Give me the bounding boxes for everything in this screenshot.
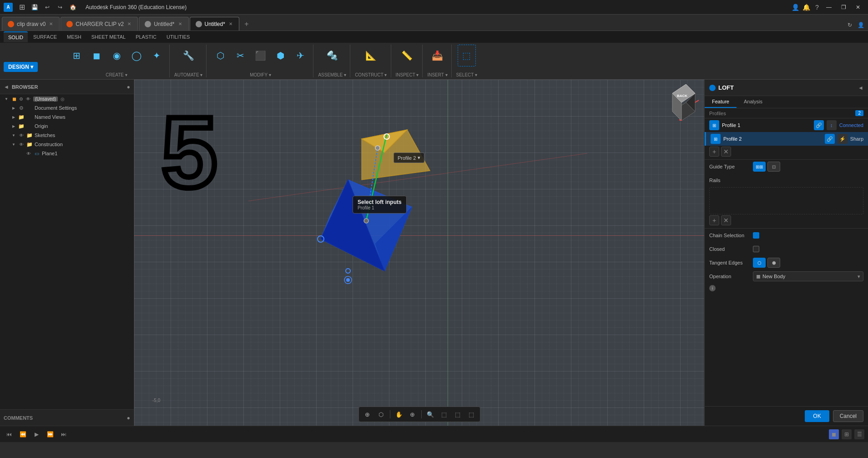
- tab-utilities[interactable]: UTILITIES: [162, 31, 194, 42]
- insert-btn[interactable]: 📥: [428, 45, 446, 66]
- bt-pan-btn[interactable]: ✋: [393, 408, 405, 420]
- tree-item-construction[interactable]: ▼ 👁 📁 Construction: [7, 140, 134, 149]
- maximize-button[interactable]: ❐: [837, 1, 850, 14]
- tree-item-doc-settings[interactable]: ▶ ⚙ Document Settings: [7, 103, 134, 112]
- tab-mesh[interactable]: MESH: [62, 31, 86, 42]
- tab-surface[interactable]: SURFACE: [29, 31, 61, 42]
- quick-home[interactable]: 🏠: [67, 2, 78, 13]
- new-tab-button[interactable]: +: [240, 18, 253, 31]
- tree-item-plane1[interactable]: 👁 ▭ Plane1: [15, 149, 134, 158]
- create-sphere-btn[interactable]: ◯: [127, 45, 146, 66]
- rails-add-btn[interactable]: +: [709, 215, 719, 225]
- tree-item-sketches[interactable]: ▼ 👁 📁 Sketches: [7, 131, 134, 140]
- tab-solid[interactable]: SOLID: [4, 31, 28, 42]
- construct-btn[interactable]: 📐: [362, 45, 380, 66]
- loft-panel-expand[interactable]: ◄: [858, 85, 863, 91]
- notification-icon[interactable]: 🔔: [801, 2, 812, 13]
- profile2-label[interactable]: Profile 2 ▾: [394, 153, 424, 163]
- tree-item-named-views[interactable]: ▶ 📁 Named Views: [7, 112, 134, 122]
- user-icon[interactable]: 👤: [790, 2, 801, 13]
- inspect-btn[interactable]: 📏: [398, 45, 416, 66]
- profile1-row[interactable]: ⊞ Profile 1 🔗 ↕ Connected: [705, 118, 868, 132]
- modify-fillet[interactable]: ✂: [231, 45, 249, 66]
- modify-scale[interactable]: ✈: [291, 45, 309, 66]
- select-btn[interactable]: ⬚: [458, 45, 476, 66]
- profiles-remove-btn[interactable]: ✕: [721, 147, 731, 157]
- profile1-select-btn[interactable]: ⊞: [709, 120, 719, 130]
- tab-charger-clip[interactable]: CHARGER CLIP v2 ✕: [61, 17, 138, 31]
- tree-item-root[interactable]: ▼ ◼ ⚙ 👁 (Unsaved) ◎: [0, 94, 134, 103]
- inspect-label[interactable]: INSPECT ▾: [396, 72, 419, 77]
- tab-close-icon[interactable]: ✕: [228, 20, 233, 27]
- bt-env-btn[interactable]: ⬚: [465, 408, 477, 420]
- tree-item-origin[interactable]: ▶ 📁 Origin: [7, 122, 134, 131]
- operation-dropdown[interactable]: ◼ New Body ▾: [753, 271, 863, 281]
- history-icon[interactable]: ◎: [61, 97, 65, 102]
- bt-pivot-btn[interactable]: ⊕: [362, 408, 373, 420]
- anim-goto-end[interactable]: ⏭: [58, 429, 69, 440]
- automate-label[interactable]: AUTOMATE ▾: [174, 72, 202, 77]
- tab-close-icon[interactable]: ✕: [177, 20, 183, 27]
- profile2-row[interactable]: ⊞ Profile 2 🔗 ⚡ Sharp: [705, 132, 868, 146]
- create-cyl-btn[interactable]: ◉: [107, 45, 126, 66]
- tab-refresh[interactable]: ↻: [844, 20, 855, 31]
- tab-close-icon[interactable]: ✕: [48, 20, 54, 27]
- chain-selection-checkbox[interactable]: [753, 232, 759, 239]
- anim-step-forward[interactable]: ⏩: [45, 429, 56, 440]
- quick-save[interactable]: 💾: [29, 2, 40, 13]
- profiles-add-btn[interactable]: +: [709, 147, 719, 157]
- help-icon[interactable]: ?: [812, 2, 823, 13]
- close-button[interactable]: ✕: [852, 1, 864, 14]
- browser-back-icon[interactable]: ◄: [4, 84, 9, 90]
- quick-undo[interactable]: ↩: [42, 2, 53, 13]
- tab-untitled2[interactable]: Untitled* ✕: [190, 17, 239, 31]
- quick-icon-grid[interactable]: ⊞: [16, 2, 27, 13]
- anim-mode-wire[interactable]: ⊞: [842, 429, 852, 439]
- profile2-select-btn[interactable]: ⊞: [711, 134, 721, 144]
- create-box-btn[interactable]: ◼: [87, 45, 106, 66]
- tab-clip-draw[interactable]: clip draw v0 ✕: [2, 17, 60, 31]
- comments-expand-icon[interactable]: ●: [127, 415, 130, 421]
- select-label[interactable]: SELECT ▾: [456, 72, 478, 77]
- guide-type-btn2[interactable]: ⊡: [767, 162, 780, 172]
- tab-plastic[interactable]: PLASTIC: [131, 31, 161, 42]
- guide-type-btn1[interactable]: ⊞⊞: [753, 162, 766, 172]
- design-button[interactable]: DESIGN ▾: [4, 62, 38, 72]
- anim-play[interactable]: ▶: [31, 429, 42, 440]
- rails-remove-btn[interactable]: ✕: [721, 215, 731, 225]
- tab-sheet-metal[interactable]: SHEET METAL: [87, 31, 130, 42]
- rails-area[interactable]: [709, 187, 863, 214]
- create-loft-btn[interactable]: ✦: [147, 45, 166, 66]
- tab-untitled1[interactable]: Untitled* ✕: [139, 17, 188, 31]
- automate-btn[interactable]: 🔧: [179, 45, 197, 66]
- create-extrude-btn[interactable]: ⊞: [67, 45, 86, 66]
- minimize-button[interactable]: —: [823, 1, 835, 14]
- modify-shell[interactable]: ⬢: [271, 45, 289, 66]
- gear-icon[interactable]: ⚙: [19, 97, 23, 102]
- viewport[interactable]: 5: [134, 80, 704, 426]
- tab-feature[interactable]: Feature: [705, 96, 737, 108]
- ok-button[interactable]: OK: [805, 410, 829, 422]
- tab-analysis[interactable]: Analysis: [737, 96, 770, 108]
- insert-label[interactable]: INSERT ▾: [427, 72, 447, 77]
- modify-label[interactable]: MODIFY ▾: [250, 72, 271, 77]
- anim-mode-other[interactable]: ☰: [854, 429, 864, 439]
- assemble-btn[interactable]: 🔩: [323, 45, 341, 66]
- cancel-button[interactable]: Cancel: [833, 410, 863, 422]
- bt-zoom-btn[interactable]: 🔍: [424, 408, 436, 420]
- bt-display-mode-btn[interactable]: ⬡: [375, 408, 387, 420]
- anim-mode-solid[interactable]: ◼: [829, 429, 839, 439]
- bt-grid-btn[interactable]: ⬚: [452, 408, 464, 420]
- anim-goto-start[interactable]: ⏮: [4, 429, 15, 440]
- quick-redo[interactable]: ↪: [55, 2, 66, 13]
- tab-close-icon[interactable]: ✕: [126, 20, 132, 27]
- tab-profile[interactable]: 👤: [855, 20, 866, 31]
- closed-checkbox[interactable]: [753, 246, 759, 252]
- bt-view-cube-btn[interactable]: ⬚: [438, 408, 450, 420]
- construct-label[interactable]: CONSTRUCT ▾: [355, 72, 387, 77]
- bt-zoom-fit-btn[interactable]: ⊕: [407, 408, 419, 420]
- tangent-edge-btn2[interactable]: ⬢: [767, 258, 780, 268]
- browser-expand-icon[interactable]: ●: [127, 84, 130, 90]
- navcube[interactable]: BACK: [663, 84, 700, 121]
- assemble-label[interactable]: ASSEMBLE ▾: [318, 72, 346, 77]
